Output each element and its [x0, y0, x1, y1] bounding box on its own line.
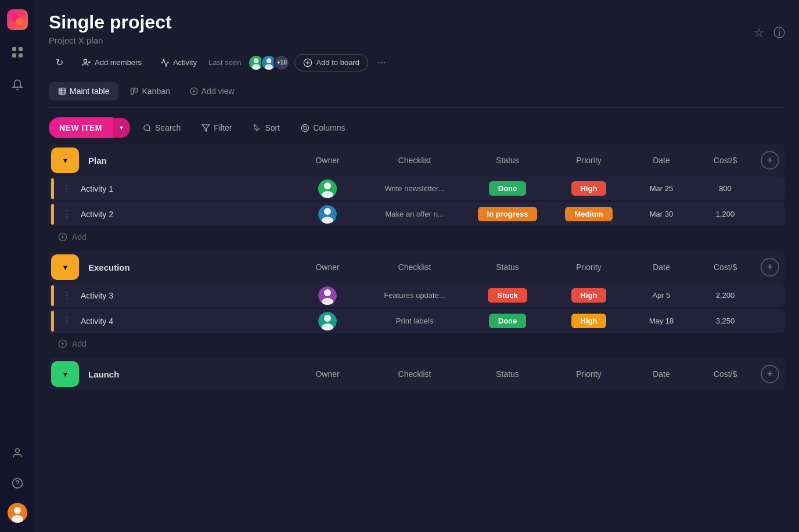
row-indicator: [51, 311, 54, 332]
table-row: ⋮ Activity 2 Make an offer n... In progr…: [49, 202, 785, 226]
new-item-button[interactable]: NEW ITEM ▾: [49, 117, 130, 138]
svg-rect-3: [19, 47, 23, 51]
col-cost-2: Cost/$: [693, 256, 757, 279]
group-execution-header: ▾ Execution Owner Checklist Status Prior…: [49, 251, 785, 283]
svg-point-43: [324, 182, 331, 189]
col-cost-1: Cost/$: [693, 149, 757, 172]
add-view-button[interactable]: Add view: [182, 82, 243, 100]
priority-badge: High: [571, 181, 607, 196]
add-to-board-button[interactable]: Add to board: [294, 54, 368, 71]
svg-point-1: [16, 18, 23, 25]
col-status-1: Status: [467, 149, 548, 172]
app-logo[interactable]: [7, 9, 28, 30]
header-actions: ↻ Add members Activity Last seen: [49, 53, 785, 71]
filter-button[interactable]: Filter: [193, 118, 240, 137]
svg-rect-2: [12, 47, 16, 51]
row-menu-button[interactable]: ⋮: [59, 311, 75, 331]
group-execution-toggle[interactable]: ▾: [51, 254, 79, 280]
priority-badge: Medium: [565, 207, 612, 221]
new-item-dropdown-button[interactable]: ▾: [113, 118, 130, 138]
col-status-2: Status: [467, 256, 548, 279]
new-item-main-button[interactable]: NEW ITEM: [49, 117, 113, 138]
col-add-1: +: [757, 144, 783, 177]
row-menu-button[interactable]: ⋮: [59, 178, 75, 199]
header-titles: Single project Project X plan: [49, 12, 172, 53]
project-subtitle: Project X plan: [49, 35, 172, 45]
col-date-3: Date: [629, 362, 693, 386]
row-checklist: Make an offer n...: [362, 204, 467, 224]
row-menu-button[interactable]: ⋮: [59, 204, 75, 224]
add-column-2-button[interactable]: +: [761, 258, 779, 276]
sort-button[interactable]: Sort: [244, 118, 288, 137]
tab-maint-table[interactable]: Maint table: [49, 82, 118, 100]
more-options-button[interactable]: ···: [373, 54, 391, 71]
col-checklist-2: Checklist: [362, 256, 467, 279]
row-indicator: [51, 204, 54, 225]
row-owner: [293, 286, 362, 305]
group-plan-toggle[interactable]: ▾: [51, 148, 79, 173]
col-date-1: Date: [629, 149, 693, 172]
search-icon: [143, 124, 152, 132]
row-owner: [293, 205, 362, 224]
add-execution-row-button[interactable]: Add: [49, 335, 785, 353]
search-button[interactable]: Search: [135, 118, 189, 137]
owner-avatar: [318, 205, 337, 224]
add-column-3-button[interactable]: +: [761, 365, 779, 383]
row-name: Activity 1: [75, 177, 293, 200]
col-checklist-1: Checklist: [362, 149, 467, 172]
row-name: Activity 3: [75, 284, 293, 307]
add-view-icon: [190, 87, 198, 95]
row-priority: High: [548, 283, 629, 307]
row-cost: 2,200: [693, 285, 757, 305]
col-cost-3: Cost/$: [693, 362, 757, 386]
refresh-button[interactable]: ↻: [49, 53, 70, 71]
add-plan-row-button[interactable]: Add: [49, 228, 785, 246]
svg-point-20: [265, 64, 273, 70]
tab-kanban[interactable]: Kanban: [121, 82, 179, 100]
row-cost: 3,250: [693, 311, 757, 331]
sidebar-grid-icon[interactable]: [7, 42, 28, 63]
group-execution-name: Execution: [79, 256, 293, 279]
svg-point-52: [324, 289, 331, 296]
activity-button[interactable]: Activity: [153, 55, 204, 71]
add-column-1-button[interactable]: +: [761, 151, 779, 170]
svg-point-39: [304, 127, 307, 130]
sidebar-person-icon[interactable]: [7, 443, 28, 463]
row-status: Done: [467, 177, 548, 200]
row-checklist: Print labels: [362, 311, 467, 331]
col-status-3: Status: [467, 362, 548, 386]
row-name: Activity 2: [75, 203, 293, 226]
status-badge: Done: [489, 314, 527, 328]
user-avatar[interactable]: [8, 503, 27, 523]
priority-badge: High: [571, 314, 607, 328]
col-owner-2: Owner: [293, 256, 362, 279]
group-launch-toggle[interactable]: ▾: [51, 361, 79, 387]
row-checklist: Write newsletter...: [362, 178, 467, 199]
row-status: Stuck: [467, 283, 548, 307]
svg-rect-4: [12, 53, 16, 57]
add-members-icon: [82, 58, 91, 67]
svg-point-46: [324, 208, 331, 215]
info-button[interactable]: ⓘ: [773, 25, 785, 41]
star-button[interactable]: ☆: [754, 26, 764, 39]
add-row-icon: [58, 339, 67, 348]
col-priority-3: Priority: [548, 362, 629, 386]
svg-line-40: [303, 125, 304, 127]
svg-marker-35: [203, 124, 210, 131]
status-badge: Stuck: [488, 288, 527, 303]
row-priority: High: [548, 309, 629, 333]
table-area: ▾ Plan Owner Checklist Status Priority D…: [49, 144, 785, 520]
table-row: ⋮ Activity 4 Print labels Done High May …: [49, 309, 785, 333]
sidebar-bell-icon[interactable]: [7, 74, 28, 95]
row-menu-button[interactable]: ⋮: [59, 285, 75, 305]
row-date: Apr 5: [629, 285, 693, 305]
table-row: ⋮ Activity 3 Features update... Stuck Hi…: [49, 283, 785, 307]
header-right-icons: ☆ ⓘ: [754, 25, 785, 41]
add-members-button[interactable]: Add members: [75, 55, 149, 71]
columns-button[interactable]: Columns: [293, 118, 353, 137]
svg-point-6: [16, 449, 20, 453]
maint-table-icon: [58, 87, 66, 95]
sidebar-help-icon[interactable]: [7, 473, 28, 494]
main-content: Single project Project X plan ☆ ⓘ ↻ Add …: [35, 0, 799, 532]
col-owner-3: Owner: [293, 362, 362, 386]
